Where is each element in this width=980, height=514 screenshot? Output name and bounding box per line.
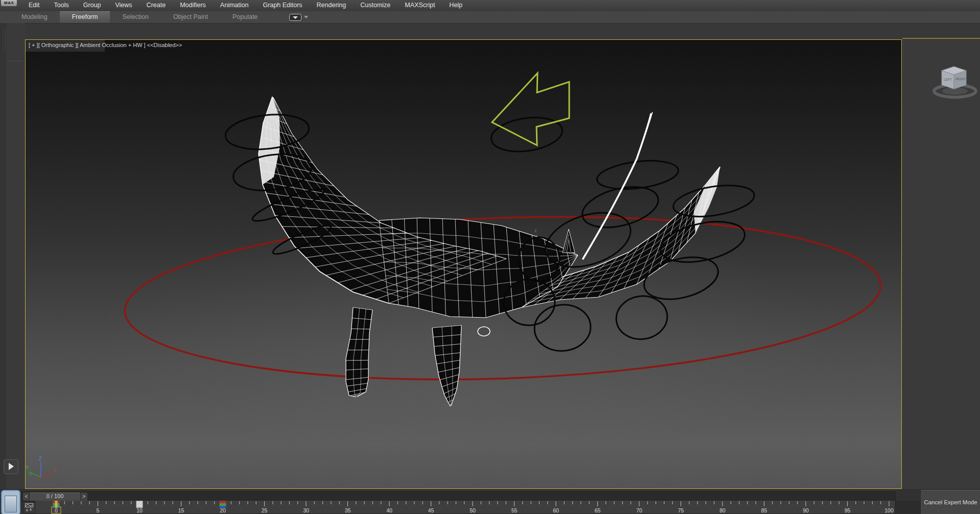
black-helix-spiral[interactable] [614, 293, 670, 342]
black-helix-spiral[interactable] [489, 114, 565, 156]
toolbar-grip[interactable] [4, 28, 5, 51]
ruler-label: 80 [719, 507, 726, 513]
track-bar[interactable]: 0510152025303540455055606570758085909510… [36, 501, 895, 514]
expand-panel-button[interactable] [4, 459, 18, 474]
menu-bar: MAX EditToolsGroupViewsCreateModifiersAn… [0, 0, 980, 12]
menu-animation[interactable]: Animation [213, 0, 256, 11]
ribbon-flyout[interactable] [289, 11, 308, 23]
curve-editor-icon [24, 502, 34, 512]
axis-y-label: Y [26, 465, 29, 471]
ruler-label: 45 [428, 507, 434, 513]
ribbon-tabs: ModelingFreeformSelectionObject PaintPop… [0, 11, 270, 23]
ruler-label: 10 [136, 507, 143, 513]
menu-items: EditToolsGroupViewsCreateModifiersAnimat… [21, 0, 470, 11]
menu-graph-editors[interactable]: Graph Editors [255, 0, 309, 11]
viewcube[interactable]: LEFT RIGHT [904, 48, 979, 105]
ruler-label: 20 [220, 507, 226, 513]
ribbon-tab-freeform[interactable]: Freeform [60, 11, 110, 23]
svg-text:z: z [534, 228, 537, 233]
animation-key[interactable] [220, 501, 226, 508]
axis-z-label: Z [39, 456, 42, 461]
collapsed-toolbar [0, 23, 6, 489]
black-helix-spiral[interactable] [532, 302, 593, 353]
mini-curve-editor-button[interactable] [24, 502, 36, 513]
black-helix-spiral[interactable] [578, 180, 663, 235]
ruler-label: 25 [262, 507, 268, 513]
ruler-label: 50 [470, 507, 476, 513]
3ds-max-window: MAX EditToolsGroupViewsCreateModifiersAn… [0, 0, 980, 514]
ribbon-tab-object-paint[interactable]: Object Paint [161, 11, 220, 23]
ruler-label: 0 [55, 507, 58, 513]
menu-create[interactable]: Create [139, 0, 173, 11]
menu-maxscript[interactable]: MAXScript [398, 0, 442, 11]
ruler-label: 40 [386, 507, 392, 513]
viewport-layout-button[interactable] [1, 490, 20, 514]
ruler-label: 100 [884, 507, 894, 513]
ruler-label: 60 [553, 507, 559, 513]
ribbon-tab-selection[interactable]: Selection [110, 11, 160, 23]
ruler-label: 75 [678, 507, 684, 513]
ruler-label: 55 [511, 507, 518, 513]
world-axis-tripod: Z Y x [26, 456, 87, 486]
viewcube-right-label: RIGHT [955, 77, 966, 81]
next-frame-button[interactable]: > [80, 492, 88, 501]
left-toolbar-strip [0, 23, 25, 489]
panel-grip[interactable] [8, 60, 22, 60]
ruler-label: 85 [761, 507, 767, 513]
menu-customize[interactable]: Customize [353, 0, 398, 11]
time-slider-track[interactable]: < 0 / 100 > [21, 491, 896, 502]
ruler-label: 15 [178, 507, 184, 513]
viewcube-left-label: LEFT [944, 78, 952, 81]
black-helix-spiral[interactable] [671, 181, 757, 221]
ruler-label: 95 [845, 507, 851, 513]
ruler-label: 35 [345, 507, 351, 513]
toolbar-grip[interactable] [2, 28, 3, 51]
menu-modifiers[interactable]: Modifiers [173, 0, 213, 11]
ruler-label: 65 [595, 507, 601, 513]
green-arrow-spline[interactable] [492, 73, 569, 145]
status-timeline-bar: < 0 / 100 > 0510152025303540455055606570… [0, 489, 980, 514]
ruler-label: 70 [636, 507, 642, 513]
menu-views[interactable]: Views [108, 0, 139, 11]
ruler-label: 30 [303, 507, 309, 513]
chevron-down-icon[interactable] [304, 16, 308, 18]
ruler-label: 90 [803, 507, 809, 513]
application-button[interactable]: MAX [1, 0, 17, 6]
manta-eye [478, 327, 490, 336]
tray-arrow-icon[interactable] [289, 14, 301, 21]
right-panel-strip: LEFT RIGHT [902, 38, 980, 490]
workspace: z [ + ][ Orthographic ][ Ambient Occlusi… [0, 23, 980, 489]
ruler-label: 5 [97, 507, 100, 513]
viewport-canvas[interactable]: z [26, 40, 901, 488]
menu-group[interactable]: Group [76, 0, 108, 11]
menu-tools[interactable]: Tools [47, 0, 76, 11]
time-slider-handle[interactable]: 0 / 100 [29, 492, 81, 501]
manta-tail [583, 114, 651, 259]
menu-help[interactable]: Help [442, 0, 470, 11]
axis-x-label: x [54, 467, 57, 473]
viewport-label[interactable]: [ + ][ Orthographic ][ Ambient Occlusion… [26, 40, 901, 52]
cancel-expert-mode-button[interactable]: Cancel Expert Mode [920, 490, 980, 514]
animation-key-selected[interactable] [136, 501, 143, 508]
ribbon-tab-modeling[interactable]: Modeling [9, 11, 60, 23]
menu-rendering[interactable]: Rendering [310, 0, 354, 11]
ribbon-tab-bar: ModelingFreeformSelectionObject PaintPop… [0, 11, 980, 24]
menu-edit[interactable]: Edit [21, 0, 47, 11]
ribbon-tab-populate[interactable]: Populate [220, 11, 270, 23]
viewport[interactable]: z [ + ][ Orthographic ][ Ambient Occlusi… [25, 39, 902, 489]
